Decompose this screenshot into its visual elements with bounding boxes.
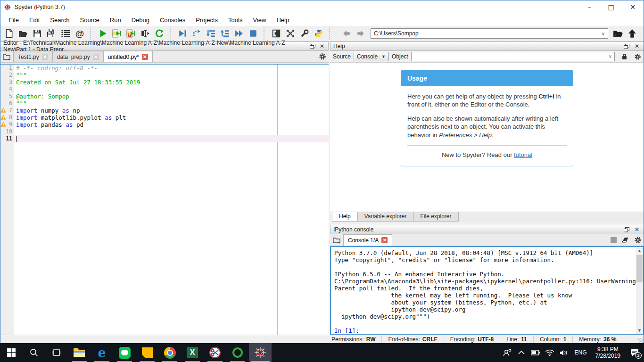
code-line-8[interactable]: 8import matplotlib.pyplot as plt [0, 114, 329, 121]
minimize-button[interactable]: – [578, 0, 600, 14]
bottom-tab-help[interactable]: Help [332, 212, 358, 222]
start-button[interactable] [0, 343, 23, 362]
language-indicator[interactable]: ENG [571, 349, 591, 356]
taskbar-app-excel[interactable]: X [181, 343, 204, 362]
code-line-11[interactable]: 11 [0, 135, 329, 142]
open-directory-button[interactable] [611, 27, 625, 40]
maximize-button[interactable]: □ [600, 0, 622, 14]
run-cell-button[interactable] [110, 27, 124, 40]
taskbar-app-snipping-tool[interactable] [204, 343, 226, 362]
code-line-1[interactable]: 1# -*- coding: utf-8 -*- [0, 65, 329, 72]
console-options-button[interactable] [632, 234, 644, 246]
back-button[interactable] [339, 27, 354, 40]
show-hidden-icons-chevron[interactable] [514, 343, 528, 362]
bottom-tab-file-explorer[interactable]: File explorer [413, 212, 459, 222]
source-combobox[interactable]: Console ▼ [354, 52, 389, 61]
fullscreen-button[interactable] [283, 27, 297, 40]
close-pane-icon[interactable]: ✕ [633, 226, 641, 233]
remove-variables-button[interactable] [619, 234, 632, 246]
close-button[interactable]: ✕ [622, 0, 644, 14]
interrupt-kernel-button[interactable] [607, 234, 619, 246]
run-selection-button[interactable] [138, 27, 152, 40]
undock-pane-icon[interactable] [623, 43, 630, 49]
editor-tab-test1-py[interactable]: Test1.py✕ [13, 51, 53, 62]
browse-tabs-button[interactable] [330, 234, 343, 246]
scroll-down-icon[interactable]: ▼ [636, 327, 643, 334]
run-cell-and-advance-button[interactable] [124, 27, 138, 40]
continue-button[interactable] [232, 27, 246, 40]
editor-tab-data-prep-py[interactable]: data_prep.py✕ [52, 51, 104, 62]
menu-item-projects[interactable]: Projects [190, 15, 223, 25]
taskbar-search-button[interactable] [23, 343, 45, 362]
python-interpreter-button[interactable] [312, 27, 326, 40]
close-pane-icon[interactable]: ✕ [633, 43, 641, 49]
menu-item-edit[interactable]: Edit [24, 15, 45, 25]
menu-item-run[interactable]: Run [105, 15, 126, 25]
code-line-2[interactable]: 2""" [0, 72, 329, 79]
console-scrollbar[interactable]: ▲ ▼ [636, 247, 643, 334]
wifi-icon[interactable] [543, 343, 557, 362]
menu-item-search[interactable]: Search [45, 15, 74, 25]
code-line-7[interactable]: 7import numpy as np [0, 107, 329, 114]
help-options-button[interactable] [634, 53, 641, 60]
code-line-4[interactable]: 4 [0, 86, 329, 93]
taskbar-app-chrome[interactable] [158, 343, 181, 362]
lock-icon[interactable] [620, 53, 628, 60]
file-switcher-button[interactable] [58, 27, 73, 40]
undock-pane-icon[interactable] [309, 43, 316, 49]
step-button[interactable] [190, 27, 204, 40]
people-icon[interactable] [500, 343, 514, 362]
step-into-button[interactable] [204, 27, 218, 40]
volume-icon[interactable] [557, 343, 571, 362]
battery-icon[interactable] [528, 343, 543, 362]
debug-file-button[interactable] [175, 27, 190, 40]
code-line-3[interactable]: 3Created on Sat Jul 27 18:33:55 2019 [0, 79, 329, 86]
menu-item-consoles[interactable]: Consoles [155, 15, 190, 25]
code-line-5[interactable]: 5@author: Sompop [0, 93, 329, 100]
menu-item-source[interactable]: Source [75, 15, 105, 25]
close-pane-icon[interactable]: ✕ [319, 43, 325, 49]
action-center-button[interactable]: 2 [625, 343, 644, 362]
working-directory-combobox[interactable]: C:\Users\Sompop ∨ [371, 28, 608, 39]
taskbar-app-sticky-notes[interactable] [136, 343, 158, 362]
console-output[interactable]: Python 3.7.0 (default, Jun 28 2018, 08:0… [330, 246, 644, 335]
open-file-button[interactable] [16, 27, 30, 40]
preferences-button[interactable] [297, 27, 312, 40]
code-line-10[interactable]: 10 [0, 128, 329, 135]
menu-item-help[interactable]: Help [271, 15, 294, 25]
maximize-pane-button[interactable] [269, 27, 283, 40]
menu-item-view[interactable]: View [248, 15, 271, 25]
menu-item-file[interactable]: File [4, 15, 24, 25]
find-symbols-button[interactable]: @ [73, 27, 87, 40]
close-tab-icon[interactable]: ✕ [381, 237, 388, 243]
stop-debug-button[interactable] [246, 27, 260, 40]
taskbar-app-spyder[interactable] [249, 343, 272, 362]
new-file-button[interactable] [2, 27, 16, 40]
editor-tab-untitled0-py-[interactable]: untitled0.py*✕ [103, 51, 153, 62]
taskbar-app-file-explorer[interactable] [68, 343, 91, 362]
save-button[interactable] [30, 27, 44, 40]
close-tab-icon[interactable]: ✕ [93, 54, 99, 60]
bottom-tab-variable-explorer[interactable]: Variable explorer [357, 212, 414, 222]
menu-item-tools[interactable]: Tools [223, 15, 248, 25]
clock[interactable]: 9:38 PM 7/28/2019 [591, 346, 625, 359]
scrollbar-thumb[interactable] [636, 255, 643, 282]
close-tab-icon[interactable]: ✕ [42, 54, 48, 60]
code-line-9[interactable]: 9import pandas as pd [0, 121, 329, 128]
code-editor[interactable]: 1# -*- coding: utf-8 -*-2"""3Created on … [0, 64, 329, 335]
scroll-up-icon[interactable]: ▲ [636, 247, 643, 254]
step-return-button[interactable] [218, 27, 232, 40]
tutorial-link[interactable]: tutorial [514, 151, 532, 158]
editor-options-button[interactable] [316, 51, 329, 62]
taskbar-app-edge[interactable]: e [91, 343, 113, 362]
object-combobox[interactable]: ∨ [411, 52, 615, 61]
re-run-cell-button[interactable] [152, 27, 166, 40]
taskbar-app-green-ring[interactable] [226, 343, 249, 362]
console-tab[interactable]: Console 1/A ✕ [343, 234, 392, 246]
code-line-6[interactable]: 6""" [0, 100, 329, 107]
task-view-button[interactable] [45, 343, 68, 362]
browse-tabs-button[interactable] [0, 51, 13, 62]
save-all-button[interactable] [44, 27, 58, 40]
menu-item-debug[interactable]: Debug [126, 15, 155, 25]
forward-button[interactable] [354, 27, 368, 40]
